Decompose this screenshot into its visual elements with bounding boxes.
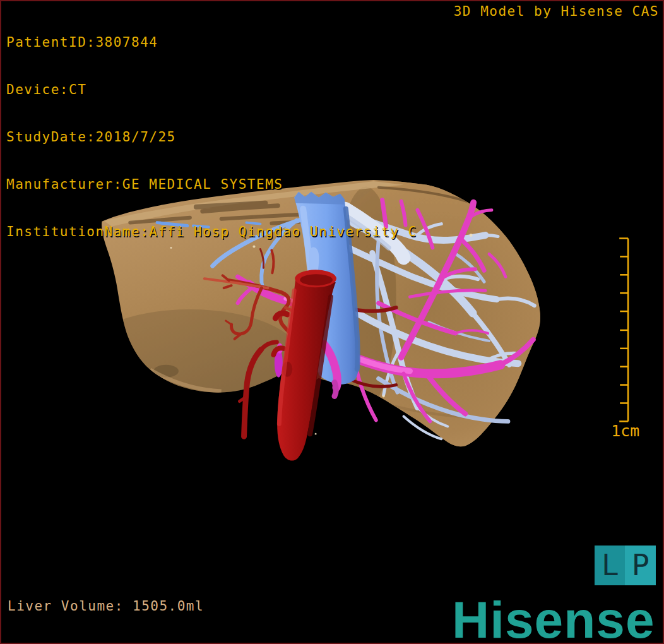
hisense-logo: Hisense [452,590,655,644]
orientation-left-label: L [595,546,625,585]
patient-info-block: PatientID:3807844 Device:CT StudyDate:20… [6,3,417,271]
institution-line: InstitutionName:Affi Hosp Qingdao Univer… [6,224,417,240]
liver-volume-readout: Liver Volume: 1505.0ml [8,599,204,614]
study-date-line: StudyDate:2018/7/25 [6,129,417,145]
watermark-text: 3D Model by Hisense CAS [454,4,659,20]
orientation-marker: L P [595,546,656,585]
patient-id-line: PatientID:3807844 [6,35,417,51]
manufacturer-line: Manufacturer:GE MEDICAL SYSTEMS [6,177,417,193]
3d-viewport[interactable]: 1cm PatientID:3807844 Device:CT StudyDat… [0,0,664,644]
scale-ruler: 1cm [611,239,639,441]
scale-label: 1cm [611,422,639,440]
device-line: Device:CT [6,82,417,98]
orientation-posterior-label: P [625,546,656,585]
